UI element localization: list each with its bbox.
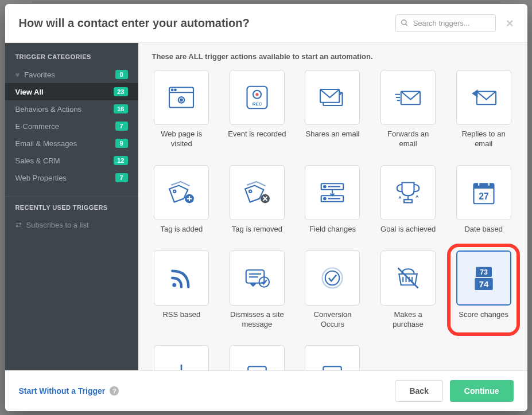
main-description: These are ALL trigger actions available … <box>138 43 527 65</box>
sidebar-item-view-all[interactable]: View All23 <box>5 83 138 100</box>
trigger-tile-partial[interactable] <box>227 345 287 370</box>
trigger-label: Shares an email <box>306 130 360 139</box>
trigger-label: Score changes <box>459 310 508 320</box>
trigger-label: Web page is visited <box>152 130 212 149</box>
trigger-tile-rss[interactable]: RSS based <box>152 250 212 330</box>
svg-point-4 <box>172 89 173 91</box>
forward-email-icon <box>380 70 436 125</box>
sidebar: TRIGGER CATEGORIES ♥Favorites0View All23… <box>5 43 138 370</box>
trigger-label: Forwards an email <box>378 130 438 149</box>
continue-button[interactable]: Continue <box>450 380 514 402</box>
trigger-tile-field[interactable]: Field changes <box>303 165 363 234</box>
placeholder-icon <box>305 345 360 370</box>
trigger-label: Goal is achieved <box>380 225 436 234</box>
share-email-icon <box>305 70 360 125</box>
svg-point-41 <box>173 283 177 287</box>
svg-point-47 <box>325 271 340 285</box>
sidebar-item-count: 0 <box>115 70 128 79</box>
sidebar-item-label: E-Commerce <box>15 122 115 131</box>
trigger-tile-score[interactable]: 7374Score changes <box>447 244 521 336</box>
sidebar-item-count: 16 <box>114 104 127 113</box>
trigger-tile-webpage[interactable]: Web page is visited <box>152 70 212 149</box>
trigger-grid: Web page is visitedRECEvent is recordedS… <box>152 70 514 370</box>
field-icon <box>305 165 360 220</box>
trigger-label: Makes a purchase <box>378 310 438 330</box>
svg-text:74: 74 <box>479 279 488 288</box>
rss-icon <box>154 250 209 306</box>
sidebar-item-favorites[interactable]: ♥Favorites0 <box>5 66 138 83</box>
svg-point-0 <box>401 20 406 25</box>
heart-icon: ♥ <box>15 71 20 79</box>
sidebar-heading-recent: RECENTLY USED TRIGGERS <box>5 204 138 217</box>
sidebar-item-label: Behaviors & Actions <box>15 105 114 113</box>
svg-text:27: 27 <box>479 191 489 201</box>
trigger-label: Field changes <box>309 225 356 234</box>
sidebar-item-label: Email & Messages <box>15 139 115 148</box>
download-icon <box>154 345 209 370</box>
sidebar-item-count: 7 <box>115 122 128 131</box>
main-panel: These are ALL trigger actions available … <box>138 43 527 370</box>
placeholder-icon <box>230 345 285 370</box>
back-button[interactable]: Back <box>395 380 442 402</box>
trigger-grid-scroll[interactable]: Web page is visitedRECEvent is recordedS… <box>138 65 527 370</box>
trigger-tile-forward-email[interactable]: Forwards an email <box>378 70 438 149</box>
sidebar-item-web-properties[interactable]: Web Properties7 <box>5 169 138 186</box>
svg-point-31 <box>324 198 327 200</box>
conversion-icon <box>305 250 360 306</box>
search-input[interactable] <box>395 14 496 32</box>
trigger-tile-trophy[interactable]: Goal is achieved <box>378 165 438 234</box>
trigger-tile-reply-email[interactable]: Replies to an email <box>454 70 514 149</box>
purchase-icon <box>380 250 436 306</box>
svg-point-23 <box>248 190 252 193</box>
modal-footer: Start Without a Trigger ? Back Continue <box>5 370 527 411</box>
trigger-tile-tag-remove[interactable]: Tag is removed <box>227 165 287 234</box>
trigger-tile-calendar[interactable]: 27Date based <box>454 165 514 234</box>
svg-text:REC: REC <box>253 101 262 107</box>
trigger-modal: How will a contact enter your automation… <box>5 4 527 411</box>
sidebar-item-label: Favorites <box>24 71 115 79</box>
trigger-label: RSS based <box>162 310 200 320</box>
svg-point-7 <box>181 99 183 101</box>
svg-point-19 <box>173 190 177 193</box>
help-icon[interactable]: ? <box>110 386 119 396</box>
dismiss-icon <box>230 250 285 306</box>
recent-trigger-item[interactable]: ⇄Subscribes to a list <box>5 217 138 233</box>
trigger-tile-record[interactable]: RECEvent is recorded <box>227 70 287 149</box>
svg-line-1 <box>405 24 407 26</box>
sidebar-item-count: 9 <box>115 139 128 148</box>
sidebar-item-sales-crm[interactable]: Sales & CRM12 <box>5 152 138 169</box>
trigger-tile-partial[interactable] <box>303 345 363 370</box>
search-icon <box>401 19 409 29</box>
swap-icon: ⇄ <box>15 221 22 229</box>
modal-title: How will a contact enter your automation… <box>19 17 395 30</box>
trigger-tile-partial[interactable] <box>152 345 212 370</box>
trigger-tile-share-email[interactable]: Shares an email <box>303 70 363 149</box>
start-without-trigger-link[interactable]: Start Without a Trigger ? <box>19 386 119 396</box>
tag-add-icon <box>154 165 209 220</box>
trigger-tile-dismiss[interactable]: Dismisses a site message <box>227 250 287 330</box>
reply-email-icon <box>456 70 511 125</box>
trophy-icon <box>380 165 436 220</box>
score-icon: 7374 <box>456 250 511 306</box>
start-without-label: Start Without a Trigger <box>19 386 106 396</box>
sidebar-item-e-commerce[interactable]: E-Commerce7 <box>5 118 138 135</box>
sidebar-item-count: 7 <box>115 173 128 182</box>
sidebar-item-count: 23 <box>114 87 127 96</box>
svg-rect-37 <box>473 183 494 189</box>
trigger-tile-tag-add[interactable]: Tag is added <box>152 165 212 234</box>
trigger-tile-purchase[interactable]: Makes a purchase <box>378 250 438 330</box>
modal-header: How will a contact enter your automation… <box>5 4 527 43</box>
close-icon[interactable]: × <box>506 16 514 31</box>
record-icon: REC <box>230 70 285 125</box>
calendar-icon: 27 <box>456 165 511 220</box>
svg-point-28 <box>324 186 327 188</box>
trigger-tile-conversion[interactable]: Conversion Occurs <box>303 250 363 330</box>
trigger-label: Event is recorded <box>228 130 286 139</box>
trigger-label: Dismisses a site message <box>227 310 287 330</box>
trigger-label: Tag is added <box>160 225 203 234</box>
sidebar-item-behaviors-actions[interactable]: Behaviors & Actions16 <box>5 100 138 118</box>
tag-remove-icon <box>230 165 285 220</box>
sidebar-item-count: 12 <box>114 156 127 165</box>
svg-point-10 <box>255 93 258 96</box>
sidebar-item-email-messages[interactable]: Email & Messages9 <box>5 135 138 152</box>
